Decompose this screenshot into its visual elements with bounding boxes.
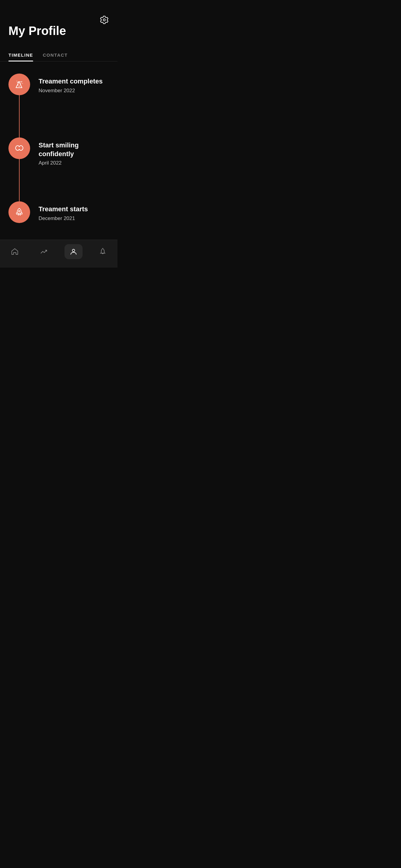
- tab-contact[interactable]: CONTACT: [43, 53, 68, 61]
- aligner-icon: [13, 143, 25, 154]
- timeline-content-3: Treament starts December 2021: [39, 201, 88, 227]
- header: My Profile: [0, 0, 118, 38]
- timeline-title-2: Start smiling confidently: [39, 141, 109, 158]
- timeline-circle-1: [8, 73, 30, 95]
- tab-timeline[interactable]: TIMELINE: [8, 53, 33, 61]
- timeline-date-1: November 2022: [39, 88, 103, 94]
- timeline-line-1: [19, 95, 20, 137]
- nav-notifications[interactable]: [94, 244, 112, 259]
- svg-point-0: [103, 19, 105, 21]
- nav-home[interactable]: [6, 244, 24, 259]
- timeline-date-3: December 2021: [39, 216, 88, 221]
- bottom-nav: [0, 240, 118, 268]
- party-icon: [13, 79, 25, 90]
- svg-point-2: [16, 81, 17, 82]
- screen: My Profile TIMELINE CONTACT: [0, 0, 118, 268]
- timeline: Treament completes November 2022: [0, 61, 118, 240]
- svg-point-1: [22, 82, 22, 82]
- nav-profile[interactable]: [64, 244, 82, 259]
- timeline-left-3: [8, 201, 30, 223]
- timeline-content-2: Start smiling confidently April 2022: [39, 137, 109, 172]
- svg-point-3: [22, 83, 23, 84]
- bell-icon: [99, 248, 107, 255]
- tabs-container: TIMELINE CONTACT: [0, 53, 118, 61]
- nav-progress[interactable]: [35, 244, 53, 259]
- timeline-item-start-smiling: Start smiling confidently April 2022: [8, 137, 109, 201]
- person-icon: [70, 248, 77, 255]
- timeline-title-1: Treament completes: [39, 77, 103, 86]
- rocket-icon: [13, 207, 25, 218]
- timeline-circle-2: [8, 137, 30, 159]
- trending-icon: [40, 248, 48, 255]
- timeline-left-2: [8, 137, 30, 201]
- timeline-item-treatment-completes: Treament completes November 2022: [8, 73, 109, 137]
- settings-button[interactable]: [99, 15, 109, 26]
- timeline-date-2: April 2022: [39, 160, 109, 166]
- gear-icon: [99, 15, 109, 25]
- timeline-item-treatment-starts: Treament starts December 2021: [8, 201, 109, 227]
- svg-point-5: [72, 249, 75, 252]
- timeline-content-1: Treament completes November 2022: [39, 73, 103, 100]
- home-icon: [11, 248, 19, 255]
- page-title: My Profile: [8, 24, 109, 38]
- timeline-line-2: [19, 159, 20, 201]
- timeline-title-3: Treament starts: [39, 205, 88, 214]
- timeline-left-1: [8, 73, 30, 137]
- svg-point-4: [19, 211, 20, 212]
- timeline-circle-3: [8, 201, 30, 223]
